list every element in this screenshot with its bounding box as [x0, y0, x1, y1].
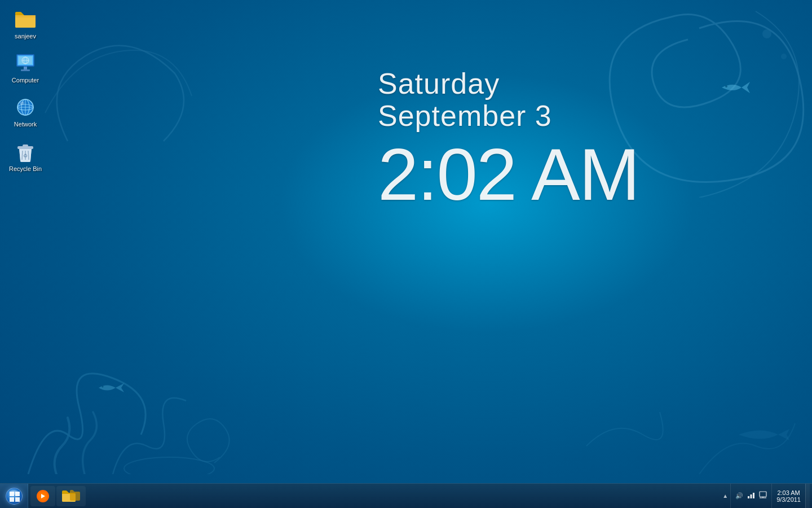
taskbar: ▲ 🔊	[0, 483, 812, 508]
svg-point-4	[124, 457, 214, 474]
desktop-icon-computer[interactable]: Computer	[3, 50, 48, 86]
recycle-bin-label: Recycle Bin	[9, 165, 42, 173]
svg-marker-31	[41, 494, 45, 498]
tray-time: 2:03 AM	[777, 489, 800, 496]
svg-rect-10	[21, 69, 30, 71]
network-icon	[14, 96, 37, 119]
svg-rect-35	[760, 492, 766, 497]
media-player-icon	[37, 490, 49, 502]
desktop-icon-sanjeev[interactable]: sanjeev	[3, 6, 48, 42]
show-desktop-button[interactable]	[805, 484, 810, 509]
tray-expand-button[interactable]: ▲	[720, 492, 730, 500]
tray-date: 9/3/2011	[776, 496, 801, 503]
desktop: sanjeev Computer	[0, 0, 812, 508]
system-tray-clock[interactable]: 2:03 AM 9/3/2011	[771, 484, 805, 508]
svg-rect-32	[748, 496, 749, 498]
clock-date: September 3	[378, 100, 639, 132]
volume-tray-icon[interactable]: 🔊	[734, 491, 744, 501]
fish-top-right-icon	[716, 79, 750, 96]
fish-bottom-left-icon	[96, 381, 124, 395]
tray-icons: 🔊	[730, 484, 771, 508]
sanjeev-label: sanjeev	[15, 33, 36, 40]
svg-line-23	[22, 151, 23, 160]
svg-rect-34	[753, 493, 754, 498]
desktop-icon-recycle-bin[interactable]: ♻ Recycle Bin	[3, 138, 48, 175]
svg-rect-27	[10, 492, 14, 496]
svg-rect-33	[751, 494, 752, 498]
folder-icon	[14, 8, 37, 30]
bottom-right-decor	[558, 333, 812, 474]
taskbar-media-player-button[interactable]	[30, 486, 55, 506]
svg-text:♻: ♻	[23, 153, 28, 159]
file-explorer-icon	[62, 489, 80, 503]
svg-point-3	[102, 386, 104, 388]
action-center-tray-icon[interactable]	[758, 490, 768, 502]
system-tray: ▲ 🔊	[720, 484, 812, 508]
clock-time: 2:02 AM	[378, 138, 639, 211]
bottom-left-decor	[0, 333, 282, 474]
svg-rect-28	[15, 492, 20, 496]
svg-point-1	[781, 54, 787, 59]
svg-rect-30	[15, 497, 20, 502]
svg-point-0	[762, 29, 771, 38]
recycle-bin-icon: ♻	[14, 141, 37, 163]
desktop-icon-network[interactable]: Network	[3, 94, 48, 130]
decor-swirl-top-left	[39, 28, 209, 169]
desktop-icons-container: sanjeev Computer	[0, 0, 51, 185]
svg-line-25	[28, 151, 29, 160]
network-label: Network	[14, 121, 37, 128]
taskbar-file-explorer-button[interactable]	[56, 486, 86, 506]
computer-label: Computer	[12, 77, 39, 84]
computer-icon	[14, 52, 37, 75]
clock-display: Saturday September 3 2:02 AM	[378, 68, 639, 211]
svg-rect-9	[24, 67, 27, 69]
windows-orb-icon	[6, 488, 23, 505]
start-button[interactable]	[0, 484, 28, 509]
clock-day: Saturday	[378, 68, 639, 100]
network-tray-icon[interactable]	[746, 490, 756, 502]
taskbar-items	[28, 484, 88, 508]
svg-point-2	[725, 85, 727, 87]
svg-rect-22	[23, 144, 28, 147]
svg-rect-29	[10, 497, 14, 502]
